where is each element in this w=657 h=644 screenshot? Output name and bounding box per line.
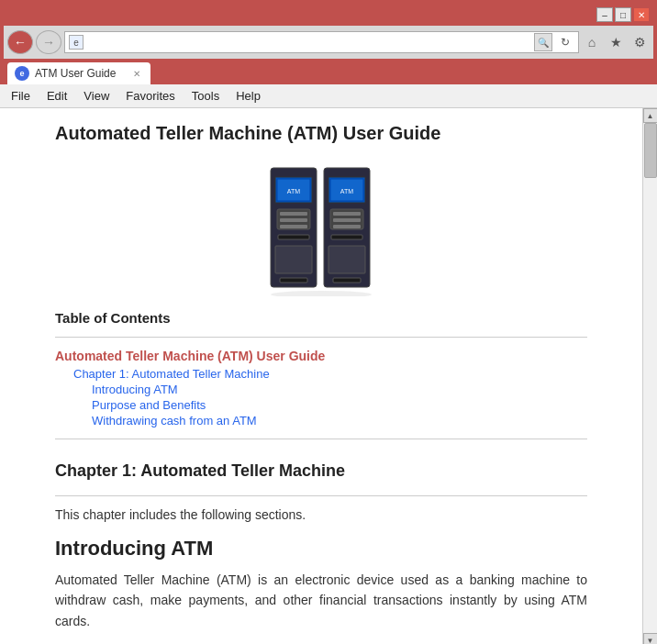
home-button[interactable]: ⌂	[582, 32, 602, 52]
toc-intro-link[interactable]: Introducing ATM	[92, 383, 587, 396]
tab-close-button[interactable]: ✕	[130, 67, 143, 80]
svg-rect-17	[333, 218, 361, 222]
toc-divider-bottom	[55, 439, 587, 439]
svg-point-22	[271, 291, 372, 296]
svg-rect-16	[333, 212, 361, 216]
content-main: Automated Teller Machine (ATM) User Guid…	[0, 108, 642, 644]
tab-bar: e ATM User Guide ✕	[4, 59, 653, 84]
scroll-down-button[interactable]: ▼	[643, 633, 658, 644]
menu-file[interactable]: File	[4, 87, 38, 105]
scroll-up-button[interactable]: ▲	[643, 108, 658, 123]
svg-rect-7	[280, 225, 307, 228]
svg-rect-21	[333, 278, 361, 283]
tab-favicon: e	[15, 66, 29, 81]
tab-label: ATM User Guide	[35, 67, 116, 80]
active-tab[interactable]: e ATM User Guide ✕	[7, 62, 150, 84]
menu-tools[interactable]: Tools	[184, 87, 227, 105]
menu-help[interactable]: Help	[228, 87, 268, 105]
atm-image: ATM ATM	[266, 159, 376, 296]
refresh-button[interactable]: ↻	[556, 33, 574, 51]
section1-body: Automated Teller Machine (ATM) is an ele…	[55, 570, 587, 631]
content-wrapper: Automated Teller Machine (ATM) User Guid…	[0, 108, 657, 644]
svg-rect-18	[333, 225, 361, 228]
svg-rect-5	[280, 212, 307, 216]
menu-view[interactable]: View	[76, 87, 117, 105]
toc-withdrawing-link[interactable]: Withdrawing cash from an ATM	[92, 414, 587, 427]
address-input[interactable]	[87, 36, 530, 49]
window-chrome: – □ ✕ ← → e 🔍 ↻ ⌂ ★ ⚙ e ATM User Guide ✕	[0, 0, 657, 84]
page-title: Automated Teller Machine (ATM) User Guid…	[55, 123, 587, 144]
section1-heading: Introducing ATM	[55, 537, 587, 561]
toc-intro: Introducing ATM	[92, 383, 587, 396]
menu-favorites[interactable]: Favorites	[118, 87, 182, 105]
toc-heading: Table of Contents	[55, 310, 587, 326]
minimize-button[interactable]: –	[596, 7, 613, 22]
menu-bar: File Edit View Favorites Tools Help	[0, 84, 657, 108]
menu-edit[interactable]: Edit	[39, 87, 74, 105]
scrollbar: ▲ ▼	[642, 108, 657, 644]
toc-withdrawing: Withdrawing cash from an ATM	[92, 414, 587, 427]
nav-icons: ⌂ ★ ⚙	[582, 32, 650, 52]
back-button[interactable]: ←	[7, 30, 33, 54]
address-favicon: e	[69, 35, 84, 50]
svg-text:ATM: ATM	[287, 188, 300, 194]
svg-rect-8	[278, 235, 309, 239]
address-bar-container: e 🔍 ↻	[64, 31, 579, 53]
chapter1-heading: Chapter 1: Automated Teller Machine	[55, 461, 587, 484]
svg-rect-20	[328, 246, 365, 273]
forward-button[interactable]: →	[36, 30, 61, 54]
close-button[interactable]: ✕	[633, 7, 650, 22]
scroll-track	[644, 123, 657, 633]
svg-rect-10	[280, 278, 307, 283]
toc-purpose: Purpose and Benefits	[92, 398, 587, 412]
scroll-thumb[interactable]	[644, 123, 657, 178]
title-bar: – □ ✕	[4, 4, 653, 26]
svg-rect-6	[280, 218, 307, 222]
search-button[interactable]: 🔍	[534, 33, 552, 51]
chapter1-intro: This chapter includes the following sect…	[55, 507, 587, 522]
maximize-button[interactable]: □	[615, 7, 631, 22]
nav-bar: ← → e 🔍 ↻ ⌂ ★ ⚙	[4, 26, 653, 59]
toc-divider-top	[55, 337, 587, 338]
svg-text:ATM: ATM	[340, 188, 353, 194]
toc-main-link[interactable]: Automated Teller Machine (ATM) User Guid…	[55, 349, 587, 363]
favorites-button[interactable]: ★	[606, 32, 626, 52]
toc-chapter1-link[interactable]: Chapter 1: Automated Teller Machine	[73, 367, 587, 381]
toc-chapter1: Chapter 1: Automated Teller Machine	[73, 367, 587, 381]
svg-rect-9	[275, 246, 312, 273]
atm-image-container: ATM ATM	[55, 159, 587, 299]
title-bar-buttons: – □ ✕	[596, 7, 650, 22]
tools-button[interactable]: ⚙	[629, 32, 650, 52]
toc-purpose-link[interactable]: Purpose and Benefits	[92, 398, 587, 412]
svg-rect-19	[331, 235, 362, 239]
chapter1-divider	[55, 495, 587, 496]
